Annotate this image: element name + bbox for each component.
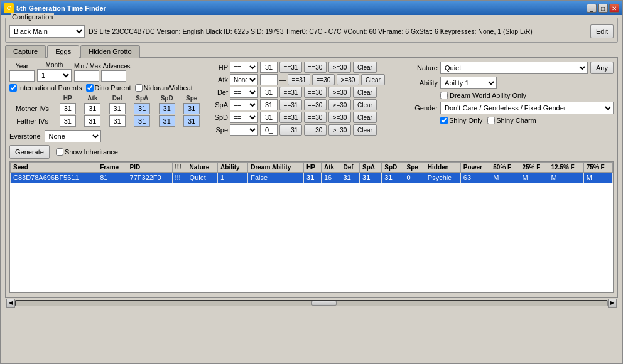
spd-clear-btn[interactable]: Clear <box>353 112 377 123</box>
col-spe: Spe <box>404 163 425 173</box>
generate-button[interactable]: Generate <box>9 145 50 159</box>
stat-row-spd: SpD ==!=>=<=None ==31 ==30 >=30 Clear <box>210 112 405 123</box>
minimize-button[interactable]: _ <box>587 4 597 13</box>
tab-hidden-grotto[interactable]: Hidden Grotto <box>80 45 139 58</box>
def-31-btn[interactable]: ==31 <box>279 87 302 98</box>
hp-ge30-btn[interactable]: >=30 <box>328 62 351 73</box>
content-area: Configuration Black Main White Main Blac… <box>1 15 622 363</box>
scroll-left-arrow[interactable]: ◀ <box>6 299 15 308</box>
international-check-item: International Parents <box>9 84 82 92</box>
nature-select[interactable]: Quiet Any Hardy Lonely <box>440 62 588 74</box>
atk-30-btn[interactable]: ==30 <box>312 74 335 85</box>
spa-val-input[interactable] <box>260 99 278 110</box>
ability-select[interactable]: Ability 1 Ability 2 Either <box>440 77 497 89</box>
atk-clear-btn[interactable]: Clear <box>361 74 385 85</box>
show-inheritance-checkbox[interactable] <box>56 148 63 156</box>
col-nature: Nature <box>187 163 217 173</box>
title-bar-buttons: _ □ ✕ <box>587 4 619 13</box>
config-info-text: DS Lite 23CCC4B7DC Version: English Blac… <box>89 28 587 35</box>
father-spd[interactable] <box>159 115 175 127</box>
dream-checkbox[interactable] <box>440 92 448 99</box>
spd-op-select[interactable]: ==!=>=<=None <box>230 112 258 123</box>
spe-val-input[interactable] <box>260 124 278 136</box>
spe-clear-btn[interactable]: Clear <box>353 124 377 136</box>
atk-ge30-btn[interactable]: >=30 <box>337 74 359 85</box>
spd-31-btn[interactable]: ==31 <box>279 112 302 123</box>
spe-ge30-btn[interactable]: >=30 <box>328 124 351 136</box>
generate-row: Generate Show Inheritance <box>9 145 204 159</box>
spa-ge30-btn[interactable]: >=30 <box>328 99 351 110</box>
def-clear-btn[interactable]: Clear <box>353 87 377 98</box>
spa-op-select[interactable]: ==!=>=<=None <box>230 99 258 110</box>
atk-op-select[interactable]: None==!=>=<= <box>230 74 258 85</box>
nature-any-btn[interactable]: Any <box>590 62 614 74</box>
mother-spa[interactable] <box>134 103 150 114</box>
check-row: International Parents Ditto Parent Nidor… <box>9 84 204 92</box>
tab-eggs[interactable]: Eggs <box>47 45 79 58</box>
spe-op-select[interactable]: ==!=>=<=None <box>230 124 258 136</box>
def-val-input[interactable] <box>260 87 278 98</box>
shiny-only-label: Shiny Only <box>449 117 482 124</box>
hp-val-input[interactable] <box>260 62 278 73</box>
spa-31-btn[interactable]: ==31 <box>279 99 302 110</box>
results-area[interactable]: Seed Frame PID !!! Nature Ability Dream … <box>9 161 614 293</box>
year-input[interactable]: 2013 <box>9 70 35 82</box>
spd-ge30-btn[interactable]: >=30 <box>328 112 351 123</box>
table-row[interactable]: C83D78A696BF56118177F322F0!!!Quiet1False… <box>11 173 613 183</box>
father-spa[interactable] <box>134 115 150 127</box>
mother-spd[interactable] <box>159 103 175 114</box>
ditto-check-item: Ditto Parent <box>86 84 131 92</box>
scroll-track[interactable] <box>15 300 608 306</box>
ability-label: Ability <box>411 79 438 87</box>
def-ge30-btn[interactable]: >=30 <box>328 87 351 98</box>
maximize-button[interactable]: □ <box>598 4 608 13</box>
spe-31-btn[interactable]: ==31 <box>279 124 302 136</box>
mother-atk[interactable] <box>84 103 100 114</box>
month-select[interactable]: 1234 5678 9101112 <box>37 69 72 82</box>
mother-hp[interactable] <box>60 103 76 114</box>
gender-select[interactable]: Don't Care / Genderless / Fixed Gender M… <box>440 102 614 114</box>
father-def[interactable] <box>109 115 126 127</box>
hp-31-btn[interactable]: ==31 <box>279 62 302 73</box>
shiny-charm-checkbox[interactable] <box>487 117 495 124</box>
international-checkbox[interactable] <box>9 84 17 92</box>
mother-def[interactable] <box>109 103 126 114</box>
everstone-select[interactable]: None Parent A Parent B <box>45 130 101 142</box>
father-atk[interactable] <box>84 115 100 127</box>
iv-col-spa: SpA <box>129 94 154 102</box>
min-advances-input[interactable]: 10_ <box>74 70 99 82</box>
father-spe[interactable] <box>183 115 200 127</box>
nidoran-checkbox[interactable] <box>135 84 143 92</box>
hp-op-select[interactable]: ==!=>=<=None <box>230 62 258 73</box>
advances-group: Min / Max Advances 10_ 70_ <box>74 63 130 82</box>
iv-col-spd: SpD <box>154 94 179 102</box>
def-30-btn[interactable]: ==30 <box>304 87 327 98</box>
mother-spe[interactable] <box>183 103 200 114</box>
scroll-thumb[interactable] <box>312 301 337 306</box>
spd-30-btn[interactable]: ==30 <box>304 112 327 123</box>
spa-clear-btn[interactable]: Clear <box>353 99 377 110</box>
atk-31-btn[interactable]: ==31 <box>288 74 310 85</box>
hp-clear-btn[interactable]: Clear <box>353 62 377 73</box>
col-atk: Atk <box>321 163 340 173</box>
spd-val-input[interactable] <box>260 112 278 123</box>
profile-select[interactable]: Black Main White Main Black 2 Main White… <box>9 25 85 38</box>
def-op-select[interactable]: ==!=>=<=None <box>230 87 258 98</box>
scroll-right-arrow[interactable]: ▶ <box>608 299 617 308</box>
edit-button[interactable]: Edit <box>590 24 614 38</box>
tab-capture[interactable]: Capture <box>5 45 46 58</box>
max-advances-input[interactable]: 70_ <box>101 70 126 82</box>
close-button[interactable]: ✕ <box>609 4 619 13</box>
hp-30-btn[interactable]: ==30 <box>304 62 327 73</box>
tab-content: Year 2013 Month 1234 5678 9101112 <box>5 57 618 297</box>
horizontal-scrollbar[interactable]: ◀ ▶ <box>5 297 618 308</box>
ability-row: Ability Ability 1 Ability 2 Either <box>411 77 614 89</box>
ditto-checkbox[interactable] <box>86 84 94 92</box>
advances-inputs: 10_ 70_ <box>74 70 130 82</box>
atk-val-input[interactable] <box>260 74 278 85</box>
father-hp[interactable] <box>60 115 76 127</box>
shiny-only-checkbox[interactable] <box>440 117 448 124</box>
spa-30-btn[interactable]: ==30 <box>304 99 327 110</box>
shiny-only-item: Shiny Only <box>440 117 482 124</box>
spe-30-btn[interactable]: ==30 <box>304 124 327 136</box>
